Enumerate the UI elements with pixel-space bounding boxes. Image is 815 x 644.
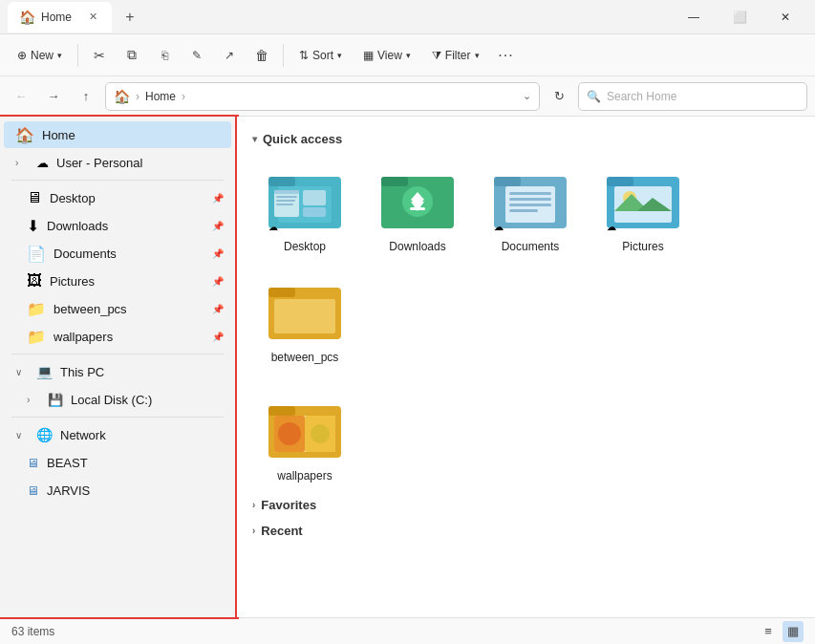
wallpapers-pin-icon: 📌 (212, 332, 224, 342)
sidebar-item-user-personal[interactable]: › ☁ User - Personal (4, 149, 231, 176)
network-icon: 🌐 (36, 427, 53, 442)
active-tab[interactable]: 🏠 Home ✕ (8, 2, 112, 32)
filter-button[interactable]: ⧩ Filter ▾ (422, 44, 489, 67)
refresh-button[interactable]: ↻ (546, 83, 572, 110)
file-item-pictures[interactable]: ☁ ☁ Pictures (590, 158, 696, 261)
view-chevron-icon: ▾ (406, 51, 411, 60)
downloads-folder-label: Downloads (389, 240, 445, 253)
filter-chevron-icon: ▾ (475, 51, 480, 60)
sort-label: Sort (312, 49, 333, 62)
grid-view-button[interactable]: ▦ (783, 621, 804, 642)
network-expand-icon: ∨ (15, 430, 29, 440)
tab-close-button[interactable]: ✕ (85, 10, 100, 25)
downloads-pin-icon: 📌 (212, 221, 224, 231)
sort-icon: ⇅ (299, 49, 309, 62)
home-icon: 🏠 (15, 126, 34, 144)
wallpapers-grid: wallpapers (252, 387, 800, 490)
local-disk-expand-icon: › (27, 395, 40, 405)
cut-button[interactable]: ✂ (84, 40, 115, 71)
view-label: View (377, 49, 402, 62)
quick-access-chevron-icon: ▾ (252, 134, 257, 144)
more-button[interactable]: ··· (491, 40, 522, 71)
svg-rect-7 (276, 204, 293, 205)
between-pcs-folder-label: between_pcs (271, 351, 339, 364)
sidebar-item-beast[interactable]: 🖥 BEAST (4, 449, 231, 476)
recent-header[interactable]: › Recent (252, 524, 800, 538)
desktop-folder-thumbnail: ☁ (267, 165, 343, 234)
close-button[interactable]: ✕ (763, 2, 807, 32)
pictures-icon: 🖼 (27, 272, 42, 290)
view-button[interactable]: ▦ View ▾ (354, 44, 420, 67)
view-toggle-group: ≡ ▦ (758, 621, 804, 642)
sidebar-item-pictures[interactable]: 🖼 Pictures 📌 (4, 268, 231, 294)
favorites-header[interactable]: › Favorites (252, 498, 800, 512)
svg-rect-11 (381, 177, 408, 186)
sidebar-item-wallpapers[interactable]: 📁 wallpapers 📌 (4, 323, 231, 350)
sidebar-item-this-pc[interactable]: ∨ 💻 This PC (4, 358, 231, 385)
svg-rect-22 (509, 204, 551, 206)
sidebar-separator-2 (11, 354, 224, 354)
back-button[interactable]: ← (8, 83, 34, 110)
sidebar-item-network[interactable]: ∨ 🌐 Network (4, 421, 231, 448)
list-view-button[interactable]: ≡ (758, 621, 779, 642)
wallpapers-folder-thumbnail (267, 395, 343, 463)
recent-label: Recent (261, 524, 302, 538)
breadcrumb-separator: › (136, 90, 139, 103)
toolbar-separator-1 (77, 44, 78, 67)
sidebar-item-home[interactable]: 🏠 Home (4, 121, 231, 148)
new-tab-button[interactable]: + (118, 5, 142, 30)
up-button[interactable]: ↑ (73, 83, 99, 110)
title-bar: 🏠 Home ✕ + — ⬜ ✕ (0, 0, 815, 34)
maximize-button[interactable]: ⬜ (718, 2, 761, 32)
pictures-pin-icon: 📌 (212, 276, 224, 287)
documents-pin-icon: 📌 (212, 248, 224, 259)
downloads-icon: ⬇ (27, 217, 39, 235)
cloud-icon: ☁ (36, 156, 49, 170)
local-disk-icon: 💾 (48, 393, 63, 407)
user-expand-icon: › (15, 158, 29, 168)
rename-button[interactable]: ✎ (182, 40, 212, 71)
sidebar-item-between-pcs[interactable]: 📁 between_pcs 📌 (4, 295, 231, 322)
svg-rect-25 (607, 177, 633, 186)
sort-button[interactable]: ⇅ Sort ▾ (290, 44, 352, 67)
file-item-between-pcs[interactable]: between_pcs (252, 268, 357, 372)
paste-button[interactable]: ⎗ (149, 40, 180, 71)
sidebar-item-local-disk[interactable]: › 💾 Local Disk (C:) (4, 386, 231, 413)
forward-button[interactable]: → (40, 83, 67, 110)
search-box[interactable]: 🔍 Search Home (578, 82, 807, 111)
toolbar-separator-2 (283, 44, 284, 67)
this-pc-icon: 💻 (36, 364, 53, 379)
sidebar-item-documents[interactable]: 📄 Documents 📌 (4, 240, 231, 267)
delete-button[interactable]: 🗑 (247, 40, 277, 71)
quick-access-header[interactable]: ▾ Quick access (252, 132, 800, 146)
desktop-folder-icon: 🖥 (27, 189, 42, 206)
file-item-documents[interactable]: ☁ ☁ Documents (478, 158, 583, 261)
svg-rect-23 (509, 209, 538, 212)
svg-rect-5 (276, 196, 297, 198)
sidebar-item-downloads[interactable]: ⬇ Downloads 📌 (4, 212, 231, 239)
search-placeholder: Search Home (607, 90, 676, 103)
share-button[interactable]: ↗ (214, 40, 245, 71)
address-bar-chevron-icon[interactable]: ⌄ (523, 90, 531, 102)
toolbar: ⊕ New ▾ ✂ ⧉ ⎗ ✎ ↗ 🗑 ⇅ Sort ▾ ▦ View ▾ ⧩ … (0, 34, 815, 76)
between-pcs-pin-icon: 📌 (212, 304, 224, 314)
copy-button[interactable]: ⧉ (117, 40, 147, 71)
file-item-wallpapers[interactable]: wallpapers (252, 387, 357, 490)
new-icon: ⊕ (17, 49, 27, 62)
documents-folder-label: Documents (502, 240, 560, 253)
window-controls: — ⬜ ✕ (672, 2, 807, 32)
svg-rect-1 (268, 177, 295, 186)
svg-rect-8 (303, 190, 326, 205)
sidebar-item-desktop[interactable]: 🖥 Desktop 📌 (4, 184, 231, 211)
sidebar-item-jarvis[interactable]: 🖥 JARVIS (4, 477, 231, 504)
svg-rect-20 (509, 192, 551, 195)
downloads-folder-thumbnail (379, 165, 456, 234)
file-item-desktop[interactable]: ☁ Desktop (252, 158, 357, 261)
address-bar[interactable]: 🏠 › Home › ⌄ (105, 82, 540, 111)
tab-label: Home (41, 11, 72, 24)
file-item-downloads[interactable]: Downloads (365, 158, 470, 261)
new-button[interactable]: ⊕ New ▾ (8, 44, 72, 67)
minimize-button[interactable]: — (672, 2, 716, 32)
tab-home-icon: 🏠 (19, 10, 35, 25)
wallpapers-folder-label: wallpapers (277, 469, 332, 483)
